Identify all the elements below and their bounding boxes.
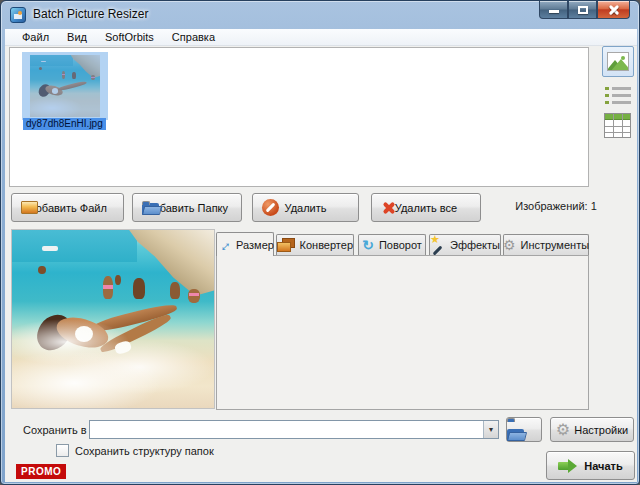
selected-file-name[interactable]: dy87dh8EnHI.jpg: [23, 118, 106, 130]
window-controls: [539, 1, 630, 19]
maximize-icon: [578, 6, 588, 14]
table-view-icon: [605, 126, 630, 127]
scene-person: [188, 289, 200, 303]
delete-all-button[interactable]: Удалить все: [371, 193, 481, 222]
rotate-icon: ↻: [362, 238, 374, 252]
preview-pane: [11, 229, 215, 409]
view-list-button[interactable]: [605, 87, 631, 108]
add-file-label: Добавить Файл: [28, 202, 107, 214]
scene-person: [115, 275, 121, 286]
delete-all-label: Удалить все: [395, 202, 457, 214]
menu-file[interactable]: Файл: [13, 30, 58, 44]
settings-label: Настройки: [574, 424, 628, 436]
add-file-icon: [21, 201, 38, 214]
start-label: Начать: [584, 460, 622, 472]
tab-size[interactable]: ↔ Размер: [216, 232, 274, 256]
size-tab-panel: [216, 255, 589, 410]
chevron-down-icon[interactable]: ▾: [483, 421, 498, 438]
add-folder-button[interactable]: Добавить Папку: [132, 193, 242, 222]
converter-icon: [277, 238, 295, 252]
file-thumbnail[interactable]: [30, 55, 100, 117]
minimize-icon: [549, 10, 559, 13]
add-folder-icon: [142, 201, 161, 215]
delete-all-icon: [381, 200, 397, 216]
keep-structure-checkbox[interactable]: [56, 444, 69, 457]
tab-rotate-label: Поворот: [379, 239, 422, 251]
browse-folder-button[interactable]: [506, 417, 542, 442]
scene-person: [133, 278, 145, 299]
preview-image: [12, 230, 214, 408]
table-view-icon: [605, 132, 630, 133]
tab-converter[interactable]: Конвертер: [276, 234, 354, 255]
file-list[interactable]: dy87dh8EnHI.jpg: [9, 47, 589, 187]
selected-file-item[interactable]: [22, 52, 108, 120]
settings-button[interactable]: ⚙ Настройки: [550, 417, 634, 442]
save-path-input[interactable]: [90, 421, 483, 438]
maximize-button[interactable]: [568, 1, 597, 19]
tab-converter-label: Конвертер: [300, 239, 353, 251]
magic-wand-icon: ★: [430, 237, 445, 253]
minimize-button[interactable]: [539, 1, 568, 19]
delete-label: Удалить: [285, 202, 327, 214]
gear-icon: ⚙: [503, 238, 516, 252]
gear-icon: ⚙: [556, 422, 570, 438]
menu-bar: Файл Вид SoftOrbits Справка: [5, 29, 637, 46]
thumbnails-view-icon: [607, 52, 629, 71]
table-view-icon: [605, 114, 630, 120]
browse-folder-icon: [515, 423, 534, 437]
promo-badge[interactable]: PROMO: [16, 464, 66, 479]
save-to-label: Сохранить в: [23, 424, 87, 436]
save-path-combo[interactable]: ▾: [89, 420, 499, 439]
scene-person: [38, 266, 46, 275]
close-button[interactable]: [597, 1, 630, 19]
delete-button[interactable]: Удалить: [252, 193, 359, 222]
view-thumbnails-button[interactable]: [602, 46, 634, 77]
scene-boat: [42, 246, 58, 251]
resize-arrows-icon: ↔: [213, 234, 234, 255]
list-view-icon: [605, 87, 631, 90]
keep-structure-label: Сохранить структуру папок: [75, 445, 214, 457]
tab-tools[interactable]: ⚙ Инструменты: [503, 234, 589, 255]
images-count: Изображений: 1: [496, 200, 616, 212]
selection-overlay: [30, 55, 100, 117]
app-window: Batch Picture Resizer Файл Вид SoftOrbit…: [0, 0, 640, 485]
add-file-button[interactable]: Добавить Файл: [11, 193, 124, 222]
start-button[interactable]: Начать: [546, 451, 635, 480]
tab-size-label: Размер: [236, 239, 274, 251]
menu-softorbits[interactable]: SoftOrbits: [96, 30, 163, 44]
keep-structure-checkbox-row[interactable]: Сохранить структуру папок: [56, 444, 214, 457]
tab-rotate[interactable]: ↻ Поворот: [358, 234, 426, 255]
tab-tools-label: Инструменты: [520, 239, 589, 251]
menu-view[interactable]: Вид: [58, 30, 96, 44]
menu-help[interactable]: Справка: [163, 30, 224, 44]
scene-sea: [12, 230, 137, 262]
list-view-icon: [605, 94, 631, 97]
scene-person: [103, 276, 113, 299]
list-view-icon: [605, 101, 631, 104]
start-arrow-icon: [558, 459, 578, 473]
tab-effects[interactable]: ★ Эффекты: [429, 234, 501, 255]
view-table-button[interactable]: [604, 113, 631, 138]
app-icon: [10, 7, 26, 23]
delete-icon: [262, 199, 279, 216]
title-bar[interactable]: Batch Picture Resizer: [1, 1, 640, 29]
scene-person: [170, 282, 180, 300]
window-title: Batch Picture Resizer: [33, 7, 148, 21]
tab-effects-label: Эффекты: [450, 239, 500, 251]
